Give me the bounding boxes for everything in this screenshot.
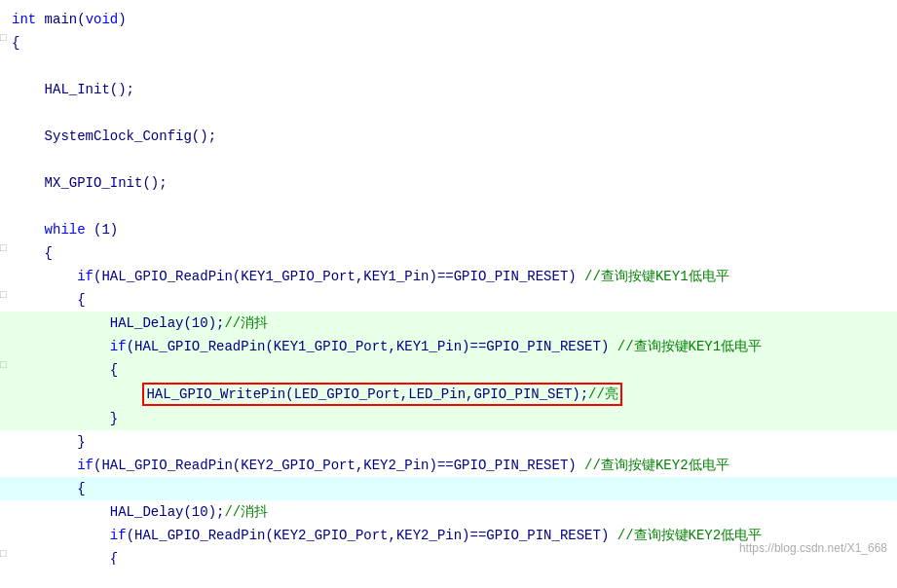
line-text-13: {	[8, 289, 86, 311]
code-editor: int main(void) □ { HAL_Init(); SystemClo…	[0, 0, 897, 565]
line-text-21: {	[8, 478, 86, 499]
line-text-6: SystemClock_Config();	[8, 126, 216, 147]
code-line-1: int main(void)	[0, 8, 897, 31]
line-text-3	[8, 55, 19, 77]
code-line-7	[0, 148, 897, 171]
line-text-17: HAL_GPIO_WritePin(LED_GPIO_Port,LED_Pin,…	[8, 383, 622, 406]
line-text-15: if(HAL_GPIO_ReadPin(KEY1_GPIO_Port,KEY1_…	[8, 336, 762, 357]
line-text-7	[8, 149, 19, 170]
line-text-2: {	[8, 32, 19, 54]
code-line-2: □ {	[0, 31, 897, 55]
code-line-12: if(HAL_GPIO_ReadPin(KEY1_GPIO_Port,KEY1_…	[0, 265, 897, 288]
code-line-11: □ {	[0, 241, 897, 265]
code-line-15: if(HAL_GPIO_ReadPin(KEY1_GPIO_Port,KEY1_…	[0, 335, 897, 358]
code-line-17: HAL_GPIO_WritePin(LED_GPIO_Port,LED_Pin,…	[0, 382, 897, 407]
line-text-1: int main(void)	[8, 9, 127, 30]
watermark: https://blog.csdn.net/X1_668	[739, 541, 887, 555]
line-text-10: while (1)	[8, 219, 118, 240]
code-line-14: HAL_Delay(10);//消抖	[0, 312, 897, 335]
code-line-13: □ {	[0, 288, 897, 312]
line-text-4: HAL_Init();	[8, 79, 134, 100]
code-line-10: while (1)	[0, 218, 897, 241]
code-line-16: □ {	[0, 358, 897, 382]
line-bracket-11: □	[0, 242, 8, 254]
line-text-14: HAL_Delay(10);//消抖	[8, 312, 268, 334]
line-text-11: {	[8, 242, 53, 264]
line-bracket-24: □	[0, 548, 8, 560]
line-text-5	[8, 102, 19, 124]
line-bracket-13: □	[0, 289, 8, 301]
line-bracket-16: □	[0, 359, 8, 371]
code-line-4: HAL_Init();	[0, 78, 897, 101]
code-line-3	[0, 55, 897, 78]
code-line-9	[0, 195, 897, 218]
code-line-21: {	[0, 477, 897, 500]
code-line-6: SystemClock_Config();	[0, 125, 897, 148]
line-text-22: HAL_Delay(10);//消抖	[8, 501, 268, 523]
line-text-12: if(HAL_GPIO_ReadPin(KEY1_GPIO_Port,KEY1_…	[8, 266, 729, 287]
line-text-20: if(HAL_GPIO_ReadPin(KEY2_GPIO_Port,KEY2_…	[8, 455, 729, 476]
code-line-19: }	[0, 430, 897, 454]
code-line-8: MX_GPIO_Init();	[0, 171, 897, 195]
code-line-22: HAL_Delay(10);//消抖	[0, 500, 897, 524]
line-bracket-2: □	[0, 32, 8, 44]
code-line-20: if(HAL_GPIO_ReadPin(KEY2_GPIO_Port,KEY2_…	[0, 454, 897, 477]
line-text-18: }	[8, 408, 118, 429]
line-text-9	[8, 196, 19, 217]
line-text-23: if(HAL_GPIO_ReadPin(KEY2_GPIO_Port,KEY2_…	[8, 525, 762, 546]
line-text-8: MX_GPIO_Init();	[8, 172, 168, 194]
line-text-19: }	[8, 431, 86, 453]
line-text-16: {	[8, 359, 118, 381]
code-line-18: }	[0, 407, 897, 430]
code-line-5	[0, 101, 897, 125]
line-text-24: {	[8, 548, 118, 565]
